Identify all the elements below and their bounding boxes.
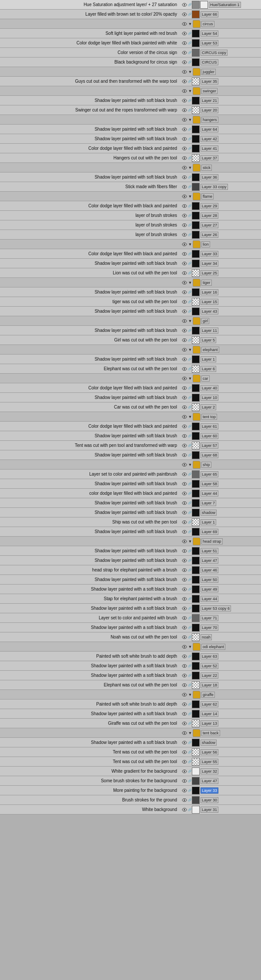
layer-name-tag[interactable]: Layer 70: [201, 625, 218, 631]
group-row-tent-top[interactable]: ▼tent top: [0, 412, 261, 422]
link-icon[interactable]: 🔗: [187, 701, 192, 707]
layer-name-tag[interactable]: Layer 33: [201, 787, 218, 794]
link-icon[interactable]: 🔗: [187, 59, 192, 65]
link-icon[interactable]: 🔗: [187, 672, 192, 679]
group-row-lion[interactable]: ▼lion: [0, 240, 261, 249]
layer-name-tag[interactable]: juggler: [201, 69, 216, 75]
layer-name-tag[interactable]: Layer 22: [201, 672, 218, 679]
group-arrow-icon[interactable]: ▼: [187, 538, 193, 544]
link-icon[interactable]: 🔗: [187, 251, 192, 257]
layer-row[interactable]: Shadow layer painted with a soft black b…: [0, 738, 261, 747]
eye-icon[interactable]: [181, 462, 187, 468]
layer-name-tag[interactable]: Layer 43: [201, 308, 218, 314]
group-arrow-icon[interactable]: ▼: [187, 241, 193, 247]
layer-name-tag[interactable]: Layer 26: [201, 232, 218, 238]
eye-icon[interactable]: [181, 165, 187, 171]
eye-icon[interactable]: [181, 222, 187, 228]
layer-row[interactable]: Shadow layer painted with a soft black b…: [0, 661, 261, 671]
group-row-swinger[interactable]: ▼swinger: [0, 86, 261, 96]
layer-row[interactable]: White gradient for the background🔗Layer …: [0, 767, 261, 776]
eye-icon[interactable]: [181, 289, 187, 295]
eye-icon[interactable]: [181, 337, 187, 343]
eye-icon[interactable]: [181, 404, 187, 410]
eye-icon[interactable]: [181, 586, 187, 592]
eye-icon[interactable]: [181, 749, 187, 755]
layer-name-tag[interactable]: Layer 49: [201, 586, 218, 592]
layer-row[interactable]: Painted with soft white brush to add dep…: [0, 652, 261, 661]
eye-icon[interactable]: [181, 78, 187, 84]
layer-name-tag[interactable]: Layer 6: [201, 366, 216, 372]
link-icon[interactable]: 🔗: [187, 366, 192, 372]
eye-icon[interactable]: [181, 797, 187, 803]
layer-row[interactable]: Shadow layer painted with soft black bru…: [0, 96, 261, 105]
eye-icon[interactable]: [181, 318, 187, 324]
layer-row[interactable]: Shadow layer painted with soft black bru…: [0, 172, 261, 182]
eye-icon[interactable]: [181, 136, 187, 142]
link-icon[interactable]: 🔗: [187, 567, 192, 573]
layer-name-tag[interactable]: giraffe: [201, 692, 215, 698]
eye-icon[interactable]: [181, 807, 187, 813]
eye-icon[interactable]: [181, 356, 187, 362]
layer-name-tag[interactable]: Layer 27: [201, 222, 218, 228]
eye-icon[interactable]: [181, 50, 187, 56]
eye-icon[interactable]: [181, 88, 187, 94]
layer-row[interactable]: Shadow layer painted with soft black bru…: [0, 355, 261, 364]
link-icon[interactable]: 🔗: [187, 11, 192, 17]
layer-row[interactable]: Elephant was cut out with the pen tool🔗L…: [0, 364, 261, 374]
eye-icon[interactable]: [181, 510, 187, 516]
layer-row[interactable]: Painted with soft white brush to add dep…: [0, 700, 261, 709]
group-row-odi-elephant[interactable]: ▼odi elephant: [0, 642, 261, 652]
layer-name-tag[interactable]: Layer 34: [201, 260, 218, 267]
link-icon[interactable]: 🔗: [187, 328, 192, 334]
layer-name-tag[interactable]: Layer 20: [201, 107, 218, 113]
layer-row[interactable]: Lion was cut out with the pen tool🔗Layer…: [0, 268, 261, 278]
eye-icon[interactable]: [181, 740, 187, 746]
link-icon[interactable]: 🔗: [187, 471, 192, 477]
eye-icon[interactable]: [181, 299, 187, 305]
eye-icon[interactable]: [181, 30, 187, 37]
group-row-car[interactable]: ▼car: [0, 374, 261, 383]
eye-icon[interactable]: [181, 193, 187, 199]
eye-icon[interactable]: [181, 11, 187, 17]
layer-row[interactable]: Soft light layer painted with red brush🔗…: [0, 29, 261, 38]
eye-icon[interactable]: [181, 98, 187, 104]
link-icon[interactable]: 🔗: [187, 174, 192, 180]
layer-row[interactable]: Shadow layer painted with soft black bru…: [0, 125, 261, 134]
eye-icon[interactable]: [181, 40, 187, 46]
link-icon[interactable]: 🔗: [187, 615, 192, 621]
layer-name-tag[interactable]: Layer 29: [201, 203, 218, 209]
layer-name-tag[interactable]: Hue/Saturation 1: [209, 2, 241, 8]
link-icon[interactable]: 🔗: [187, 663, 192, 669]
group-arrow-icon[interactable]: ▼: [187, 375, 193, 382]
link-icon[interactable]: 🔗: [187, 30, 192, 37]
layer-row[interactable]: More painting for the background🔗Layer 3…: [0, 786, 261, 795]
group-row-tent-back[interactable]: ▼tent back: [0, 728, 261, 738]
link-icon[interactable]: 🔗: [187, 481, 192, 487]
layer-name-tag[interactable]: head strap: [201, 538, 223, 544]
link-icon[interactable]: 🔗: [187, 2, 192, 8]
eye-icon[interactable]: [181, 500, 187, 506]
layer-row[interactable]: Shadow layer painted with soft black bru…: [0, 259, 261, 268]
eye-icon[interactable]: [181, 270, 187, 276]
eye-icon[interactable]: [181, 117, 187, 123]
link-icon[interactable]: 🔗: [187, 203, 192, 209]
link-icon[interactable]: 🔗: [187, 213, 192, 219]
layer-row[interactable]: Shadow layer painted with soft black bru…: [0, 393, 261, 402]
eye-icon[interactable]: [181, 385, 187, 391]
link-icon[interactable]: 🔗: [187, 653, 192, 659]
layer-name-tag[interactable]: Layer 68: [201, 452, 218, 458]
link-icon[interactable]: 🔗: [187, 107, 192, 113]
layer-name-tag[interactable]: Layer 47: [201, 778, 218, 784]
eye-icon[interactable]: [181, 414, 187, 420]
layer-name-tag[interactable]: flame: [201, 193, 214, 199]
layer-name-tag[interactable]: swinger: [201, 88, 218, 94]
link-icon[interactable]: 🔗: [187, 787, 192, 794]
eye-icon[interactable]: [181, 184, 187, 190]
eye-icon[interactable]: [181, 395, 187, 401]
link-icon[interactable]: 🔗: [187, 184, 192, 190]
layer-row[interactable]: Shadow layer painted with soft black bru…: [0, 546, 261, 556]
layer-row[interactable]: Layer set to color and painted with pain…: [0, 470, 261, 479]
eye-icon[interactable]: [181, 328, 187, 334]
layer-row[interactable]: Color dodge layer filled with black and …: [0, 249, 261, 259]
layer-name-tag[interactable]: Layer 16: [201, 289, 218, 295]
